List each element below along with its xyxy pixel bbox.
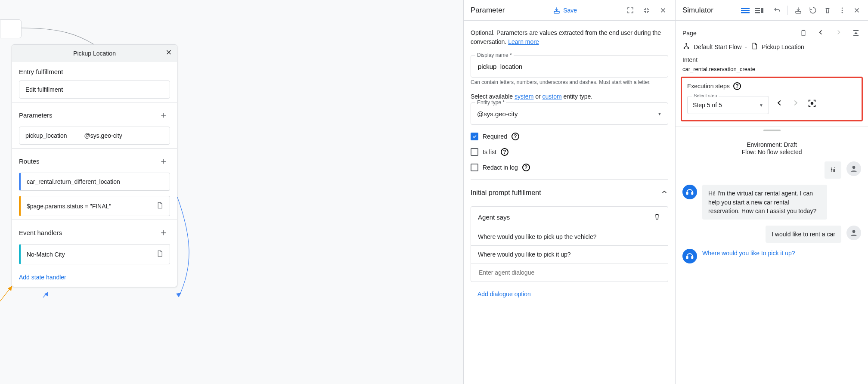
flow-node-collapsed[interactable] [0,19,22,38]
add-event-handler-button[interactable]: ＋ [157,226,170,239]
svg-rect-11 [796,11,801,13]
flow-canvas[interactable]: Pickup Location Entry fulfillment Edit f… [0,0,463,384]
redact-checkbox[interactable] [471,164,478,171]
is-list-checkbox[interactable] [471,148,478,156]
required-checkbox[interactable] [471,133,478,140]
display-name-help: Can contain letters, numbers, underscore… [471,79,668,85]
help-icon[interactable]: ? [733,82,741,90]
close-icon[interactable] [165,49,173,59]
close-icon[interactable] [851,5,863,15]
message-row-agent: Where would you like to pick it up? [682,249,861,263]
prev-step-button[interactable] [773,98,785,110]
edit-fulfillment-button[interactable]: Edit fulfillment [19,81,170,99]
user-avatar-icon [846,226,861,240]
page-card-header: Pickup Location [12,45,177,62]
undo-icon[interactable] [771,5,783,15]
svg-marker-2 [44,292,48,297]
flow-icon [682,42,690,51]
page-card-title: Pickup Location [73,50,116,57]
conversation-area: Environment: Draft Flow: No flow selecte… [676,134,868,384]
agent-prompt-input-row[interactable] [471,263,668,282]
save-icon[interactable] [792,5,804,15]
svg-rect-17 [853,35,859,36]
section-title: Parameters [19,111,53,119]
next-page-icon [833,28,845,39]
add-route-button[interactable]: ＋ [157,155,170,167]
route-row[interactable]: car_rental.return_different_location [19,173,170,191]
add-parameter-button[interactable]: ＋ [157,108,170,121]
panel-title: Simulator [682,6,713,15]
agent-says-card: Agent says Where would you like to pick … [471,206,668,282]
help-icon[interactable]: ? [501,148,508,156]
svg-rect-3 [554,11,559,13]
intent-value: car_rental.reservation_create [682,66,861,72]
clipboard-icon[interactable] [798,28,809,38]
initial-prompt-section: Initial prompt fulfillment Agent says Wh… [471,179,668,301]
next-step-button [790,98,802,110]
section-parameters: Parameters ＋ pickup_location @sys.geo-ci… [12,102,177,149]
step-select[interactable]: Select step Step 5 of 5 ▼ [687,96,769,114]
svg-rect-26 [687,256,688,259]
add-dialogue-link[interactable]: Add dialogue option [471,282,538,301]
parameter-panel-header: Parameter Save [464,0,675,21]
page-icon [156,201,164,211]
close-icon[interactable] [658,5,668,15]
fullscreen-icon[interactable] [625,5,636,15]
section-title: Entry fulfillment [19,68,170,75]
section-event-handlers: Event handlers ＋ No-Match City [12,220,177,268]
svg-rect-4 [741,8,750,9]
chevron-down-icon: ▼ [657,111,662,116]
intro-text: Optional. Parameters are values extracte… [471,28,668,46]
initial-prompt-header[interactable]: Initial prompt fulfillment [471,180,668,206]
more-icon[interactable] [836,5,848,15]
entity-type-select[interactable]: Entity type * @sys.geo-city ▼ [471,102,668,125]
route-row[interactable]: $page.params.status = "FINAL" [19,196,170,216]
chevron-up-icon [660,188,668,198]
view-detailed-icon[interactable] [754,6,764,14]
svg-marker-0 [176,293,181,297]
save-button[interactable]: Save [553,6,577,14]
simulator-header: Simulator [676,0,868,21]
agent-prompt-link[interactable]: Where would you like to pick it up? [702,249,795,257]
delete-icon[interactable] [653,213,661,222]
agent-avatar-icon [682,249,697,263]
delete-icon[interactable] [822,5,834,15]
prev-page-icon[interactable] [815,28,827,39]
collapse-icon[interactable] [851,28,861,38]
svg-rect-7 [755,8,760,9]
display-name-field[interactable]: Display name * [471,55,668,77]
agent-prompt-row[interactable]: Where would you like to pick it up? [471,246,668,263]
parameter-row[interactable]: pickup_location @sys.geo-city [19,127,170,145]
svg-rect-15 [802,31,805,36]
exit-fullscreen-icon[interactable] [642,5,652,15]
custom-link[interactable]: custom [542,93,562,100]
display-name-input[interactable] [477,62,662,71]
help-icon[interactable]: ? [522,164,530,171]
svg-rect-24 [691,192,693,195]
svg-rect-10 [755,12,760,13]
event-handler-row[interactable]: No-Match City [19,244,170,264]
add-state-handler-link[interactable]: Add state handler [12,268,73,287]
svg-point-14 [842,12,843,13]
svg-rect-16 [853,30,859,31]
simulator-panel: Simulator [675,0,868,384]
divider [787,6,788,15]
is-list-checkbox-row: Is list ? [471,148,668,156]
message-row-agent: Hi! I'm the virtual car rental agent. I … [682,185,861,220]
svg-point-21 [811,102,813,104]
focus-step-button[interactable] [806,99,818,110]
reset-icon[interactable] [807,5,819,15]
agent-prompt-row[interactable]: Where would you like to pick up the vehi… [471,228,668,246]
learn-more-link[interactable]: Learn more [508,38,539,45]
execution-steps-label: Execution steps [687,83,730,90]
svg-point-18 [685,43,687,45]
help-icon[interactable]: ? [512,133,519,140]
intent-label: Intent [682,56,861,63]
system-link[interactable]: system [515,93,533,100]
flow-line: Flow: No flow selected [682,149,861,155]
view-toggle[interactable] [740,6,764,14]
resize-handle[interactable] [763,130,781,131]
agent-prompt-input[interactable] [478,269,661,276]
required-checkbox-row: Required ? [471,133,668,140]
view-compact-icon[interactable] [740,6,750,14]
